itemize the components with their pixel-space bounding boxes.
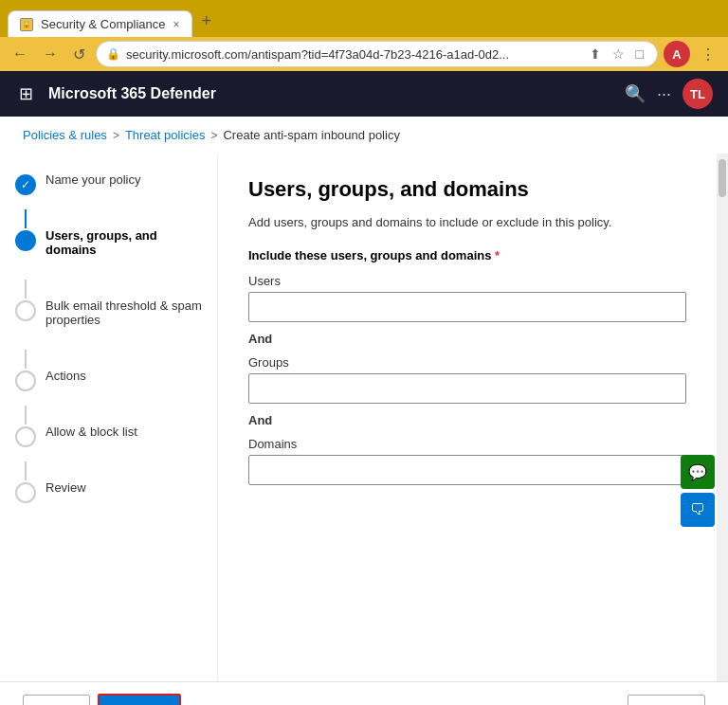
field-group-groups: Groups (248, 355, 686, 404)
step-icon-bulk (15, 300, 36, 321)
extension-btn[interactable]: □ (632, 45, 647, 63)
waffle-icon[interactable]: ⊞ (15, 80, 37, 108)
breadcrumb-current: Create anti-spam inbound policy (223, 128, 399, 142)
next-button[interactable]: Next (98, 694, 181, 705)
scroll-rail[interactable] (717, 154, 728, 681)
step-label-name[interactable]: Name your policy (46, 172, 140, 209)
profile-avatar[interactable]: A (664, 41, 690, 67)
breadcrumb: Policies & rules > Threat policies > Cre… (0, 117, 728, 154)
breadcrumb-link-policies[interactable]: Policies & rules (23, 128, 107, 142)
tab-title: Security & Compliance (41, 17, 166, 31)
refresh-button[interactable]: ↺ (68, 42, 90, 67)
step-line-1 (25, 209, 27, 228)
groups-label: Groups (248, 355, 686, 370)
back-button[interactable]: ← (8, 42, 32, 66)
chat-action-button[interactable]: 💬 (681, 455, 715, 489)
step-label-actions[interactable]: Actions (46, 369, 86, 406)
user-avatar[interactable]: TL (682, 79, 713, 109)
address-text: security.microsoft.com/antispam?tid=4f73… (126, 47, 580, 62)
tab-favicon: 🔒 (20, 18, 33, 31)
step-label-users[interactable]: Users, groups, and domains (46, 228, 202, 280)
breadcrumb-sep-1: > (113, 129, 119, 142)
more-icon[interactable]: ··· (657, 84, 671, 104)
step-icon-allowblock (15, 426, 36, 447)
step-icon-users (15, 230, 36, 251)
lock-icon: 🔒 (106, 47, 120, 61)
field-group-users: Users (248, 274, 686, 322)
required-star: * (495, 248, 500, 262)
back-button[interactable]: Back (23, 695, 90, 705)
app-bar: ⊞ Microsoft 365 Defender 🔍 ··· TL (0, 71, 728, 117)
step-item-review: Review (15, 480, 202, 517)
step-label-allowblock[interactable]: Allow & block list (46, 425, 137, 461)
scroll-thumb[interactable] (719, 159, 726, 197)
more-button[interactable]: ⋮ (696, 42, 720, 67)
main-content: Policies & rules > Threat policies > Cre… (0, 117, 728, 705)
and-label-2: And (248, 413, 686, 427)
footer: Back Next Cancel (0, 681, 728, 705)
step-wrapper-actions: Actions (15, 369, 202, 425)
step-wrapper-bulk: Bulk email threshold & spam properties (15, 298, 202, 369)
content-wrapper: ✓ Name your policy Users, groups, and do… (0, 154, 728, 681)
address-bar-wrapper[interactable]: 🔒 security.microsoft.com/antispam?tid=4f… (96, 41, 658, 67)
step-item-allowblock: Allow & block list (15, 425, 202, 461)
address-actions: ⬆ ☆ □ (586, 45, 647, 63)
breadcrumb-link-threat[interactable]: Threat policies (125, 128, 206, 142)
step-line-2 (25, 280, 27, 298)
feedback-action-button[interactable]: 🗨 (681, 493, 715, 527)
and-label-1: And (248, 332, 686, 346)
section-label: Include these users, groups and domains … (248, 248, 686, 262)
groups-input[interactable] (248, 373, 686, 404)
step-icon-actions (15, 371, 36, 391)
cancel-button[interactable]: Cancel (628, 695, 705, 705)
step-label-review[interactable]: Review (46, 480, 86, 517)
address-bar-row: ← → ↺ 🔒 security.microsoft.com/antispam?… (0, 37, 728, 71)
step-icon-name: ✓ (15, 174, 36, 195)
tab-bar: 🔒 Security & Compliance × + (0, 0, 728, 37)
feedback-icon: 🗨 (690, 501, 705, 518)
step-item-name: ✓ Name your policy (15, 172, 202, 209)
forward-button[interactable]: → (38, 42, 63, 66)
app-title: Microsoft 365 Defender (48, 85, 613, 102)
breadcrumb-sep-2: > (210, 129, 217, 142)
step-line-5 (25, 461, 27, 480)
step-item-bulk: Bulk email threshold & spam properties (15, 298, 202, 350)
step-wrapper-allowblock: Allow & block list (15, 425, 202, 480)
active-tab[interactable]: 🔒 Security & Compliance × (8, 10, 192, 37)
search-icon[interactable]: 🔍 (625, 83, 646, 104)
users-label: Users (248, 274, 686, 288)
users-input[interactable] (248, 292, 686, 322)
form-title: Users, groups, and domains (248, 176, 686, 204)
step-item-actions: Actions (15, 369, 202, 406)
chat-icon: 💬 (688, 463, 707, 481)
form-area: Users, groups, and domains Add users, gr… (218, 154, 717, 681)
field-group-domains: Domains (248, 437, 686, 485)
domains-label: Domains (248, 437, 686, 451)
step-item-users: Users, groups, and domains (15, 228, 202, 280)
step-wrapper-review: Review (15, 480, 202, 517)
stepper: ✓ Name your policy Users, groups, and do… (0, 154, 218, 681)
step-wrapper-name: ✓ Name your policy (15, 172, 202, 228)
new-tab-button[interactable]: + (192, 6, 222, 37)
form-description: Add users, groups and domains to include… (248, 215, 686, 229)
step-line-4 (25, 406, 27, 425)
step-wrapper-users: Users, groups, and domains (15, 228, 202, 298)
step-label-bulk[interactable]: Bulk email threshold & spam properties (46, 298, 202, 350)
favorite-btn[interactable]: ☆ (609, 45, 628, 63)
step-line-3 (25, 350, 27, 369)
share-btn[interactable]: ⬆ (586, 45, 605, 63)
tab-close-icon[interactable]: × (173, 18, 180, 31)
step-icon-review (15, 482, 36, 503)
browser-chrome: 🔒 Security & Compliance × + ← → ↺ 🔒 secu… (0, 0, 728, 71)
domains-input[interactable] (248, 455, 686, 485)
